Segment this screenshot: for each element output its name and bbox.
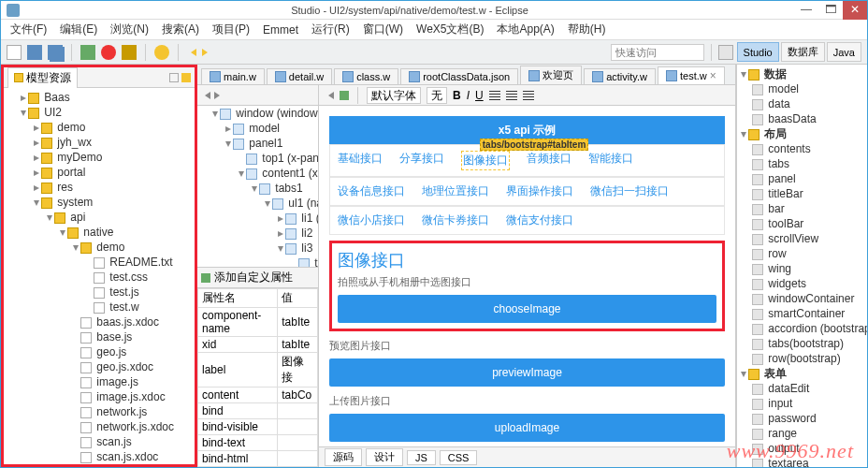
tree-node[interactable]: image.js [6, 374, 193, 389]
outline-node[interactable]: ▾ tabs1 [197, 181, 318, 196]
project-tree[interactable]: ▸ Baas▾ UI2▸ demo▸ jyh_wx▸ myDemo▸ porta… [4, 88, 195, 464]
editor-tab[interactable]: 欢迎页 [520, 66, 582, 84]
palette-tree[interactable]: ▾ 数据 model data baasData▾ 布局 contents ta… [737, 65, 867, 467]
upload-image-button[interactable]: uploadImage [329, 414, 725, 442]
tree-node[interactable]: ▸ res [6, 180, 193, 195]
palette-item[interactable]: contents [739, 141, 865, 156]
bottom-tab-CSS[interactable]: CSS [440, 450, 478, 465]
tree-node[interactable]: scan.js.xdoc [6, 449, 193, 464]
tree-node[interactable]: ▾ api [6, 210, 193, 225]
palette-item[interactable]: password [739, 411, 865, 426]
tree-node[interactable]: ▸ jyh_wx [6, 135, 193, 150]
link-icon[interactable] [181, 73, 191, 82]
editor-tab[interactable]: class.w [334, 68, 398, 84]
save-icon[interactable] [27, 45, 42, 60]
palette-item[interactable]: tabs(bootstrap) [739, 336, 865, 351]
api-tab-link[interactable]: 微信卡券接口 [422, 212, 489, 228]
close-tab-icon[interactable]: × [710, 69, 716, 82]
palette-item[interactable]: row(bootstrap) [739, 351, 865, 366]
editor-tab[interactable]: detail.w [267, 68, 332, 84]
property-row[interactable]: bind [198, 403, 318, 419]
outline-node[interactable]: ▸ li2 [197, 226, 318, 241]
forward-icon[interactable] [202, 49, 211, 56]
api-tab-link[interactable]: 地理位置接口 [422, 183, 489, 199]
tree-node[interactable]: image.js.xdoc [6, 389, 193, 404]
editor-tab[interactable]: activity.w [584, 68, 656, 84]
back-icon[interactable] [187, 49, 196, 56]
property-row[interactable]: bind-visible [198, 419, 318, 435]
property-row[interactable]: label图像接 [198, 353, 318, 388]
search-icon[interactable] [154, 45, 169, 60]
align-left-icon[interactable] [489, 91, 500, 100]
outline-node[interactable]: tab [197, 256, 318, 267]
menu-item[interactable]: 项目(P) [207, 20, 255, 39]
perspective-switch-icon[interactable] [718, 45, 733, 60]
tree-node[interactable]: ▸ portal [6, 165, 193, 180]
bottom-tab-设计[interactable]: 设计 [366, 448, 403, 466]
menu-item[interactable]: 帮助(H) [562, 20, 612, 39]
bottom-tab-源码[interactable]: 源码 [325, 448, 362, 466]
tree-node[interactable]: network.js [6, 404, 193, 419]
api-tab-link[interactable]: 微信小店接口 [338, 212, 405, 228]
palette-item[interactable]: input [739, 396, 865, 411]
tree-node[interactable]: test.js [6, 285, 193, 300]
outline-forward-icon[interactable] [214, 92, 224, 99]
editor-tab[interactable]: rootClassData.json [400, 68, 518, 84]
palette-item[interactable]: titleBar [739, 186, 865, 201]
property-row[interactable]: bind-html [198, 451, 318, 467]
perspective-Java[interactable]: Java [827, 42, 861, 62]
outline-node[interactable]: ▾ ul1 (nav n [197, 196, 318, 211]
close-button[interactable]: ✕ [843, 1, 867, 20]
new-icon[interactable] [7, 45, 22, 60]
tree-node[interactable]: README.txt [6, 255, 193, 270]
tree-node[interactable]: ▸ demo [6, 120, 193, 135]
palette-item[interactable]: scrollView [739, 231, 865, 246]
tree-node[interactable]: ▸ myDemo [6, 150, 193, 165]
menu-item[interactable]: 窗口(W) [357, 20, 409, 39]
palette-item[interactable]: model [739, 81, 865, 96]
menu-item[interactable]: WeX5文档(B) [411, 20, 489, 39]
tree-node[interactable]: scan.js [6, 434, 193, 449]
api-tab-link[interactable]: 图像接口 [461, 151, 510, 170]
align-right-icon[interactable] [523, 91, 534, 100]
palette-item[interactable]: row [739, 246, 865, 261]
outline-tree[interactable]: ▾ window (window)▸ model▾ panel1 top1 (x… [197, 106, 318, 267]
property-row[interactable]: component-nametabIte [198, 308, 318, 337]
underline-button[interactable]: U [475, 89, 484, 102]
outline-node[interactable]: ▾ li3 [197, 241, 318, 256]
tree-node[interactable]: ▸ Baas [6, 90, 193, 105]
add-prop-icon[interactable] [201, 273, 210, 283]
run-icon[interactable] [101, 45, 116, 60]
outline-node[interactable]: ▾ content1 (x-pan [197, 166, 318, 181]
menu-item[interactable]: 浏览(N) [105, 20, 154, 39]
editor-tab[interactable]: main.w [201, 68, 265, 84]
palette-item[interactable]: wing [739, 261, 865, 276]
property-row[interactable]: contenttabCo [198, 388, 318, 403]
menu-item[interactable]: Emmet [257, 22, 304, 38]
palette-item[interactable]: toolBar [739, 216, 865, 231]
palette-item[interactable]: baasData [739, 111, 865, 126]
save-all-icon[interactable] [48, 45, 63, 60]
preview-image-button[interactable]: previewImage [329, 358, 725, 387]
canvas-back-icon[interactable] [325, 92, 334, 99]
tree-node[interactable]: ▾ system [6, 195, 193, 210]
bold-button[interactable]: B [453, 89, 461, 102]
palette-item[interactable]: dataEdit [739, 381, 865, 396]
design-canvas[interactable]: x5 api 示例 tabs/bootstrap#tabItem 基础接口分享接… [319, 106, 735, 446]
palette-item[interactable]: tabs [739, 156, 865, 171]
palette-item[interactable]: smartContainer [739, 306, 865, 321]
font-select[interactable]: 默认字体 [367, 87, 421, 104]
api-tab-link[interactable]: 音频接口 [527, 151, 571, 170]
canvas-add-icon[interactable] [340, 91, 349, 100]
minimize-button[interactable]: — [794, 1, 818, 20]
menu-item[interactable]: 运行(R) [306, 20, 355, 39]
tree-node[interactable]: baas.js.xdoc [6, 314, 193, 329]
property-row[interactable]: xidtabIte [198, 337, 318, 353]
menu-item[interactable]: 本地App(A) [491, 20, 559, 39]
align-center-icon[interactable] [506, 91, 517, 100]
outline-node[interactable]: ▾ window (window) [197, 106, 318, 121]
palette-group[interactable]: ▾ 布局 [739, 126, 865, 141]
palette-item[interactable]: accordion (bootstrap) [739, 321, 865, 336]
outline-node[interactable]: ▾ panel1 [197, 136, 318, 151]
outline-node[interactable]: ▸ model [197, 121, 318, 136]
